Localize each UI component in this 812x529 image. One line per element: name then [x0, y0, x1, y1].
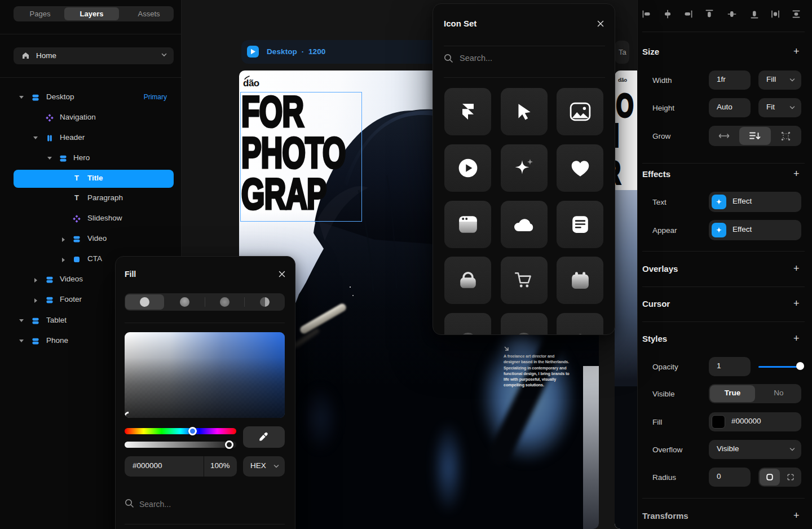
- svg-text:H: H: [615, 117, 619, 153]
- svg-text:R: R: [615, 154, 621, 190]
